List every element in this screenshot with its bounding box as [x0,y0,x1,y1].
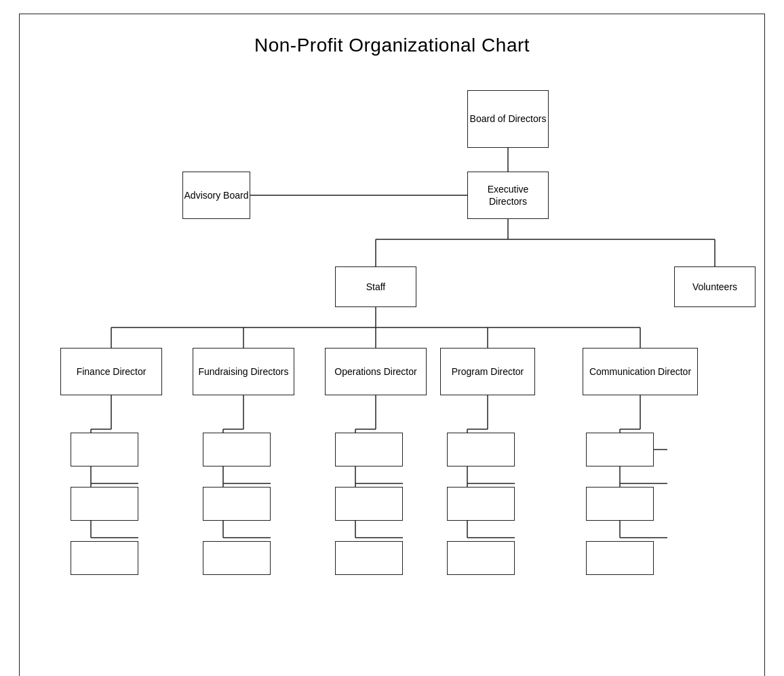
chart-title: Non-Profit Organizational Chart [33,35,751,56]
communication-director-node: Communication Director [583,348,698,395]
org-chart: Board of Directors Advisory Board Execut… [33,83,751,667]
communication-sub3 [586,541,654,575]
chart-container: Non-Profit Organizational Chart [19,14,765,676]
staff-node: Staff [335,266,416,307]
volunteers-node: Volunteers [674,266,756,307]
finance-director-node: Finance Director [60,348,162,395]
operations-sub1 [335,433,403,466]
program-sub1 [447,433,515,466]
operations-sub3 [335,541,403,575]
executive-directors-node: Executive Directors [467,172,549,219]
program-director-node: Program Director [440,348,535,395]
operations-director-node: Operations Director [325,348,427,395]
fundraising-sub2 [203,487,271,521]
fundraising-sub1 [203,433,271,466]
finance-sub2 [71,487,138,521]
program-sub3 [447,541,515,575]
operations-sub2 [335,487,403,521]
advisory-board-node: Advisory Board [182,172,250,219]
communication-sub1 [586,433,654,466]
fundraising-sub3 [203,541,271,575]
fundraising-directors-node: Fundraising Directors [193,348,294,395]
finance-sub1 [71,433,138,466]
communication-sub2 [586,487,654,521]
program-sub2 [447,487,515,521]
board-node: Board of Directors [467,90,549,148]
finance-sub3 [71,541,138,575]
